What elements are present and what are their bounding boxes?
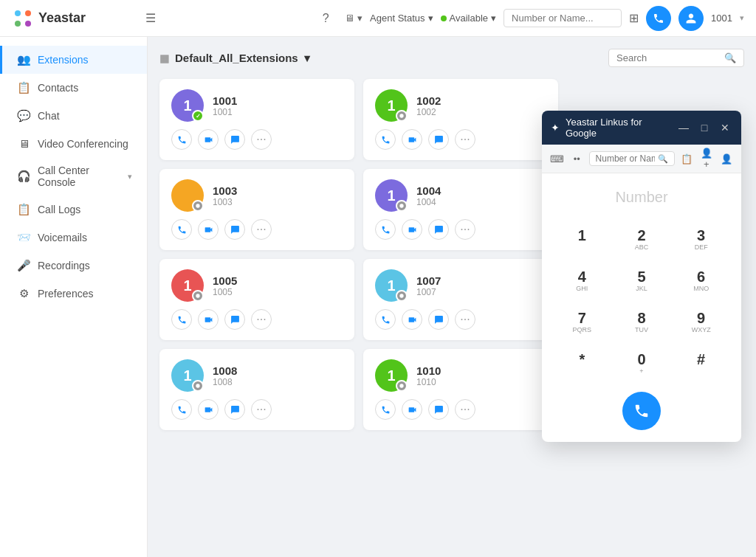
svg-point-9	[196, 384, 199, 387]
sidebar-item-extensions[interactable]: 👥 Extensions	[0, 46, 147, 74]
dialer-key-2[interactable]: 2 ABC	[614, 221, 670, 259]
sidebar-item-recordings[interactable]: 🎤 Recordings	[0, 252, 147, 280]
ext-more-btn-1002[interactable]: ···	[455, 129, 475, 150]
ext-more-btn-1008[interactable]: ···	[251, 399, 272, 420]
agent-status-button[interactable]: Agent Status ▾	[370, 13, 433, 24]
ext-more-btn-1004[interactable]: ···	[455, 219, 475, 240]
ext-video-btn-1010[interactable]	[402, 399, 422, 420]
dialer-key-3[interactable]: 3 DEF	[673, 221, 729, 259]
dialer-key-9[interactable]: 9 WXYZ	[673, 303, 729, 342]
sidebar-item-contacts[interactable]: 📋 Contacts	[0, 74, 147, 102]
dialer-key-5[interactable]: 5 JKL	[614, 262, 670, 300]
sidebar-item-chat[interactable]: 💬 Chat	[0, 102, 147, 130]
dialer-key-num-5: 6	[697, 269, 705, 284]
sidebar-item-video-conferencing[interactable]: 🖥 Video Conferencing	[0, 130, 147, 157]
search-box: 🔍	[608, 49, 744, 67]
dialer-toolbar: ⌨ •• 🔍 📋 👤+ 👤	[542, 145, 741, 173]
ext-actions-1005: ···	[171, 309, 343, 330]
dialer-titlebar: ✦ Yeastar Linkus for Google — □ ✕	[542, 111, 741, 145]
ext-message-btn-1001[interactable]	[224, 129, 245, 150]
ext-video-btn-1004[interactable]	[402, 219, 422, 240]
ext-message-btn-1004[interactable]	[428, 219, 449, 240]
group-selector[interactable]: ▦ Default_All_Extensions ▾	[159, 52, 310, 65]
ext-message-btn-1003[interactable]	[224, 219, 245, 240]
ext-more-btn-1005[interactable]: ···	[251, 309, 272, 330]
search-input[interactable]	[616, 52, 720, 63]
ext-info-1007: 1007 1007	[416, 274, 441, 297]
dialer-key-0[interactable]: 0 +	[614, 345, 670, 383]
svg-point-4	[399, 114, 403, 117]
sidebar-item-call-logs[interactable]: 📋 Call Logs	[0, 196, 147, 224]
ext-call-btn-1010[interactable]	[375, 399, 396, 420]
dialer-contacts-icon[interactable]: 📋	[679, 149, 695, 168]
dialer-key-num-3: 4	[578, 269, 586, 284]
ext-more-btn-1001[interactable]: ···	[251, 129, 272, 150]
ext-card-header-1004: 1 1004 1004	[375, 179, 546, 212]
dialer-user-add-icon[interactable]: 👤+	[698, 149, 714, 168]
group-selector-label: Default_All_Extensions	[175, 52, 298, 64]
dialer-key-letters-1: ABC	[635, 243, 649, 252]
ext-call-btn-1001[interactable]	[171, 129, 192, 150]
help-icon: ?	[323, 12, 329, 25]
user-avatar[interactable]	[678, 6, 704, 31]
dialer-close-button[interactable]: ✕	[718, 120, 732, 135]
sidebar-item-preferences[interactable]: ⚙ Preferences	[0, 280, 147, 308]
dialer-key-1[interactable]: 1	[554, 221, 611, 259]
ext-call-btn-1007[interactable]	[375, 309, 396, 330]
ext-video-btn-1002[interactable]	[402, 129, 422, 150]
ext-call-btn-1002[interactable]	[375, 129, 396, 150]
dialer-more-icon[interactable]: ••	[569, 149, 585, 168]
ext-status-badge-1008	[192, 380, 204, 392]
dialer-profile-icon[interactable]: 👤	[718, 149, 734, 168]
ext-message-btn-1008[interactable]	[224, 399, 245, 420]
ext-call-btn-1003[interactable]	[171, 219, 192, 240]
dialer-search-input[interactable]	[596, 153, 655, 164]
ext-call-btn-1008[interactable]	[171, 399, 192, 420]
svg-point-2	[15, 21, 21, 27]
ext-info-1004: 1004 1004	[416, 184, 441, 207]
monitor-button[interactable]: 🖥 ▾	[345, 13, 362, 24]
ext-message-btn-1005[interactable]	[224, 309, 245, 330]
dialer-popup: ✦ Yeastar Linkus for Google — □ ✕ ⌨ •• 🔍…	[542, 111, 741, 442]
dialer-key-num-0: 1	[578, 228, 586, 243]
ext-video-btn-1003[interactable]	[198, 219, 219, 240]
svg-point-5	[196, 204, 199, 207]
ext-more-btn-1010[interactable]: ···	[455, 399, 475, 420]
svg-point-6	[399, 204, 403, 207]
sidebar-label-video-conferencing: Video Conferencing	[38, 138, 132, 150]
dialer-key-letters-5: MNO	[693, 284, 709, 293]
dialer-key-#[interactable]: #	[673, 345, 729, 383]
number-search-input[interactable]	[504, 9, 622, 27]
ext-message-btn-1010[interactable]	[428, 399, 449, 420]
ext-video-btn-1007[interactable]	[402, 309, 422, 330]
ext-video-btn-1008[interactable]	[198, 399, 219, 420]
ext-video-btn-1001[interactable]	[198, 129, 219, 150]
ext-message-btn-1002[interactable]	[428, 129, 449, 150]
user-label[interactable]: 1001	[711, 13, 732, 24]
dialer-minimize-button[interactable]: —	[676, 120, 691, 135]
call-button[interactable]	[646, 6, 671, 31]
help-button[interactable]: ?	[314, 7, 337, 30]
ext-more-btn-1007[interactable]: ···	[455, 309, 475, 330]
dialer-key-4[interactable]: 4 GHI	[554, 262, 611, 300]
ext-more-btn-1003[interactable]: ···	[251, 219, 272, 240]
dialer-maximize-button[interactable]: □	[697, 120, 712, 135]
dialer-key-*[interactable]: *	[554, 345, 611, 383]
dialer-call-button[interactable]	[622, 392, 661, 430]
dialer-key-6[interactable]: 6 MNO	[673, 262, 729, 300]
ext-card-1003: 1003 1003 ···	[159, 169, 354, 250]
ext-info-1005: 1005 1005	[213, 274, 237, 297]
ext-call-btn-1005[interactable]	[171, 309, 192, 330]
dialer-key-7[interactable]: 7 PQRS	[554, 303, 611, 342]
dialer-key-letters-3: GHI	[576, 284, 588, 293]
menu-button[interactable]: ☰	[139, 7, 162, 30]
ext-call-btn-1004[interactable]	[375, 219, 396, 240]
sidebar-item-call-center[interactable]: 🎧 Call Center Console ▾	[0, 157, 147, 196]
available-status-button[interactable]: Available ▾	[441, 13, 497, 24]
ext-video-btn-1005[interactable]	[198, 309, 219, 330]
sidebar-item-voicemails[interactable]: 📨 Voicemails	[0, 224, 147, 252]
ext-card-header-1007: 1 1007 1007	[375, 269, 546, 302]
ext-message-btn-1007[interactable]	[428, 309, 449, 330]
dialer-key-8[interactable]: 8 TUV	[614, 303, 670, 342]
dialer-dialpad-icon[interactable]: ⌨	[549, 149, 565, 168]
